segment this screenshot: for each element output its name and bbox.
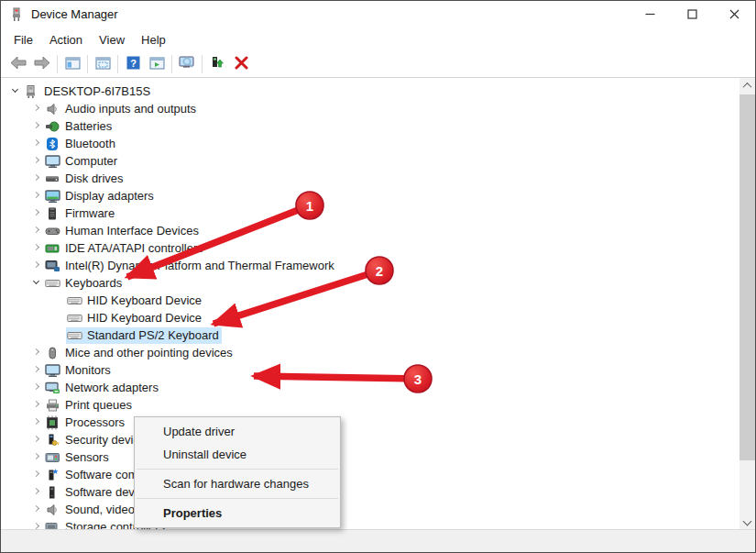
context-menu-item-scan-for-hardware-changes[interactable]: Scan for hardware changes: [135, 472, 340, 495]
tree-item-content[interactable]: Computer: [44, 153, 120, 170]
scan-hardware-button[interactable]: [175, 53, 199, 75]
battery-icon: [45, 119, 60, 134]
scrollbar-thumb[interactable]: [740, 94, 755, 460]
tree-item[interactable]: Sensors: [1, 448, 740, 466]
tree-item-content[interactable]: Network adapters: [44, 380, 161, 396]
tree-item-content[interactable]: Bluetooth: [44, 136, 118, 152]
tree-item-content[interactable]: Display adapters: [44, 188, 157, 205]
scroll-up-button[interactable]: [740, 78, 755, 94]
tree-item[interactable]: Security devices: [1, 431, 740, 448]
tree-item-content[interactable]: HID Keyboard Device: [66, 293, 204, 309]
chevron-collapsed-icon[interactable]: [29, 450, 44, 465]
tree-item[interactable]: HID Keyboard Device: [1, 309, 740, 326]
tree-item[interactable]: Human Interface Devices: [1, 222, 740, 239]
tree-item[interactable]: Processors: [1, 414, 740, 431]
menu-file[interactable]: File: [5, 29, 41, 50]
uninstall-device-button[interactable]: [205, 53, 229, 75]
context-menu-item-properties[interactable]: Properties: [135, 502, 340, 525]
chevron-collapsed-icon[interactable]: [29, 171, 44, 186]
tree-item[interactable]: Computer: [1, 152, 740, 170]
tree-item[interactable]: HID Keyboard Device: [1, 292, 740, 309]
console-tree-button[interactable]: [60, 53, 84, 75]
tree-item-content[interactable]: Human Interface Devices: [44, 223, 202, 239]
tree-item-content[interactable]: Intel(R) Dynamic Platform and Thermal Fr…: [44, 258, 337, 274]
action-pane-button[interactable]: [145, 53, 169, 75]
chevron-collapsed-icon[interactable]: [29, 433, 44, 448]
tree-item-content[interactable]: IDE ATA/ATAPI controllers: [44, 240, 206, 257]
chevron-collapsed-icon[interactable]: [29, 503, 44, 517]
tree-item[interactable]: Standard PS/2 Keyboard: [1, 326, 740, 344]
menu-help[interactable]: Help: [133, 29, 174, 50]
tree-item[interactable]: Software devices: [1, 483, 740, 501]
chevron-collapsed-icon[interactable]: [29, 520, 44, 530]
title-bar: Device Manager: [1, 1, 755, 28]
menu-action[interactable]: Action: [41, 29, 91, 50]
tree-item[interactable]: Storage controllers: [1, 518, 740, 529]
tree-item-content[interactable]: Disk drives: [44, 171, 126, 187]
tree-item[interactable]: Print queues: [1, 396, 740, 414]
help-button[interactable]: ?: [121, 53, 145, 75]
context-menu-item-update-driver[interactable]: Update driver: [135, 420, 340, 443]
chevron-collapsed-icon[interactable]: [29, 224, 44, 238]
tree-item[interactable]: Network adapters: [1, 379, 740, 396]
tree-item-content[interactable]: Monitors: [44, 362, 114, 379]
bluetooth-icon: [45, 137, 60, 151]
tree-item[interactable]: Monitors: [1, 361, 740, 379]
minimize-button[interactable]: [629, 1, 671, 28]
tree-item[interactable]: Sound, video and game controllers: [1, 501, 740, 518]
tree-item-content[interactable]: DESKTOP-6I7B15S: [23, 83, 153, 100]
chevron-collapsed-icon[interactable]: [29, 415, 44, 430]
tree-item-content[interactable]: Audio inputs and outputs: [44, 101, 199, 117]
vertical-scrollbar[interactable]: [740, 78, 755, 529]
chevron-collapsed-icon[interactable]: [29, 154, 44, 169]
chevron-collapsed-icon[interactable]: [29, 398, 44, 413]
tree-item-label: HID Keyboard Device: [87, 311, 202, 325]
tree-item[interactable]: Firmware: [1, 205, 740, 222]
close-button[interactable]: [713, 1, 755, 28]
tree-item[interactable]: Display adapters: [1, 187, 740, 205]
chevron-collapsed-icon[interactable]: [29, 363, 44, 378]
tree-item[interactable]: Disk drives: [1, 170, 740, 187]
chevron-collapsed-icon[interactable]: [29, 241, 44, 256]
chevron-collapsed-icon[interactable]: [29, 485, 44, 500]
chevron-collapsed-icon[interactable]: [29, 381, 44, 395]
forward-arrow-button[interactable]: [30, 53, 54, 75]
chevron-collapsed-icon[interactable]: [29, 102, 44, 116]
tree-item[interactable]: Keyboards: [1, 274, 740, 292]
back-arrow-button[interactable]: [6, 53, 30, 75]
chevron-collapsed-icon[interactable]: [29, 119, 44, 134]
properties-window-button[interactable]: [91, 53, 115, 75]
tree-item-content[interactable]: HID Keyboard Device: [66, 310, 204, 326]
chevron-expanded-icon[interactable]: [8, 84, 23, 99]
chevron-collapsed-icon[interactable]: [29, 189, 44, 204]
tree-item-content[interactable]: Print queues: [44, 397, 135, 414]
tree-item[interactable]: Bluetooth: [1, 135, 740, 152]
tree-item[interactable]: Audio inputs and outputs: [1, 100, 740, 117]
tree-item-selected-content[interactable]: Standard PS/2 Keyboard: [66, 327, 222, 344]
remove-x-button[interactable]: [229, 53, 253, 75]
tree-item-content[interactable]: Firmware: [44, 205, 117, 222]
tree-item[interactable]: Intel(R) Dynamic Platform and Thermal Fr…: [1, 257, 740, 274]
chevron-collapsed-icon[interactable]: [29, 468, 44, 482]
tree-item-content[interactable]: Mice and other pointing devices: [44, 345, 236, 361]
tree-item[interactable]: IDE ATA/ATAPI controllers: [1, 239, 740, 257]
tree-item-content[interactable]: Batteries: [44, 118, 115, 135]
chevron-collapsed-icon[interactable]: [29, 137, 44, 151]
chevron-collapsed-icon[interactable]: [29, 206, 44, 221]
tree-item-content[interactable]: Keyboards: [44, 275, 125, 292]
tree-item[interactable]: Batteries: [1, 117, 740, 135]
chevron-collapsed-icon[interactable]: [29, 259, 44, 273]
context-menu-item-uninstall-device[interactable]: Uninstall device: [135, 443, 340, 466]
tree-item-content[interactable]: Processors: [44, 415, 127, 431]
tree-item[interactable]: DESKTOP-6I7B15S: [1, 83, 740, 100]
maximize-button[interactable]: [671, 1, 713, 28]
menu-view[interactable]: View: [91, 29, 133, 50]
tree-item[interactable]: Mice and other pointing devices: [1, 344, 740, 361]
tree-item[interactable]: Software components: [1, 466, 740, 483]
software-component-icon: [45, 468, 60, 482]
chevron-expanded-icon[interactable]: [29, 276, 44, 291]
tree-item-content[interactable]: Sensors: [44, 449, 112, 466]
tree-item-label: Display adapters: [65, 189, 154, 203]
scroll-down-button[interactable]: [740, 514, 755, 529]
chevron-collapsed-icon[interactable]: [29, 346, 44, 360]
